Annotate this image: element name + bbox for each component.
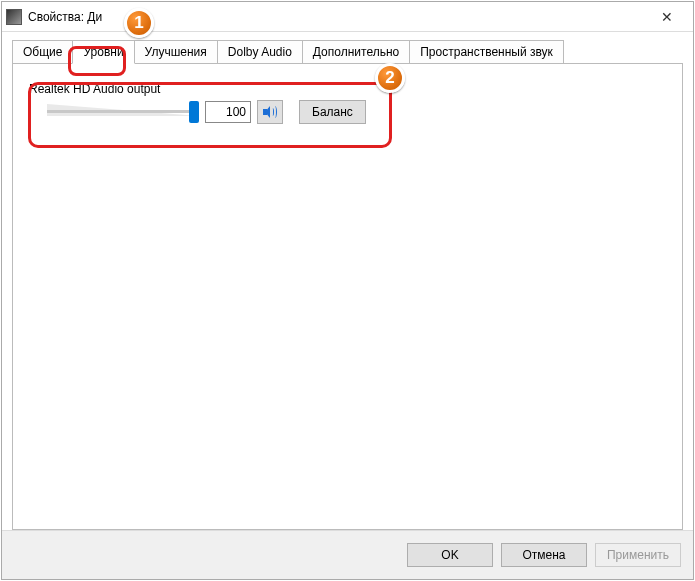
speaker-icon (262, 104, 278, 120)
dialog-window: Свойства: Ди ✕ Общие Уровни Улучшения Do… (1, 1, 694, 580)
close-icon: ✕ (661, 9, 673, 25)
balance-button[interactable]: Баланс (299, 100, 366, 124)
tab-dolby[interactable]: Dolby Audio (217, 40, 303, 63)
slider-thumb[interactable] (189, 101, 199, 123)
mute-button[interactable] (257, 100, 283, 124)
window-title: Свойства: Ди (28, 10, 645, 24)
cancel-button[interactable]: Отмена (501, 543, 587, 567)
volume-slider[interactable] (47, 100, 199, 124)
tab-levels[interactable]: Уровни (72, 40, 134, 64)
device-name: Realtek HD Audio output (29, 82, 666, 96)
app-icon (6, 9, 22, 25)
close-button[interactable]: ✕ (645, 3, 689, 31)
slider-track (47, 110, 199, 113)
client-area: Общие Уровни Улучшения Dolby Audio Допол… (2, 32, 693, 530)
device-section: Realtek HD Audio output (29, 82, 666, 124)
tab-panel-levels: Realtek HD Audio output (12, 63, 683, 530)
volume-control-row: Баланс (47, 100, 666, 124)
tabs-row: Общие Уровни Улучшения Dolby Audio Допол… (12, 40, 683, 63)
tab-enhancements[interactable]: Улучшения (134, 40, 218, 63)
volume-value-input[interactable] (205, 101, 251, 123)
titlebar: Свойства: Ди ✕ (2, 2, 693, 32)
tab-spatial[interactable]: Пространственный звук (409, 40, 564, 63)
ok-button[interactable]: OK (407, 543, 493, 567)
apply-button[interactable]: Применить (595, 543, 681, 567)
dialog-footer: OK Отмена Применить (2, 530, 693, 579)
tab-general[interactable]: Общие (12, 40, 73, 63)
tab-advanced[interactable]: Дополнительно (302, 40, 410, 63)
